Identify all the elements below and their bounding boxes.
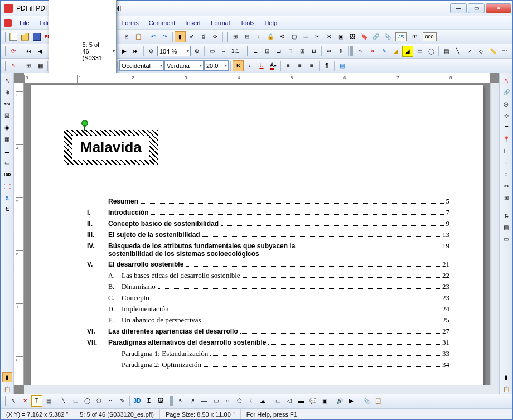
maximize-button[interactable]: ▭ [468,3,485,13]
header-button[interactable]: ▭ [300,31,311,42]
shape-tool-button[interactable]: ◇ [476,46,487,57]
side-letter[interactable]: a [2,192,12,202]
delete-page-button[interactable]: ✕ [323,31,335,42]
scrollbar-vertical[interactable] [490,83,499,385]
last-page-button[interactable]: ⏭ [130,46,142,57]
side-text[interactable]: abl [2,99,12,109]
r-blank[interactable]: ▭ [501,234,511,244]
export-button[interactable]: ⎙ [198,31,209,42]
r-page[interactable]: ▮ [501,372,511,382]
r-scissors[interactable]: ✂ [501,181,511,191]
undo-button[interactable]: ↶ [148,31,159,42]
b-highlight[interactable]: ▬ [296,395,307,407]
spellcheck-button[interactable]: ✔ [186,31,197,42]
highlight-button[interactable]: ▮ [175,31,186,42]
r-snap[interactable]: ⊹ [501,110,511,120]
menu-format[interactable]: Format [206,18,235,28]
bold-button[interactable]: B [233,60,244,71]
select-tool-button[interactable]: ↖ [355,46,366,57]
r-width[interactable]: ↔ [501,157,511,167]
grip-icon[interactable] [3,32,6,42]
menu-app-icon[interactable] [4,19,12,27]
side-page-view[interactable]: ▮ [2,372,12,382]
b-3d[interactable]: 3D [132,395,143,407]
eraser-button[interactable]: ◢ [390,46,401,57]
line-button[interactable]: ╲ [452,46,463,57]
b-cloud[interactable]: ☁ [257,395,268,407]
side-tab[interactable]: Tab [2,169,12,179]
zoom-combo[interactable]: 104 % [157,46,191,56]
menu-forms[interactable]: Forms [117,18,143,28]
grip-icon[interactable] [225,32,228,42]
zoom-in-button[interactable]: ⊕ [191,46,202,57]
distribute-h-button[interactable]: ⇔ [323,46,335,57]
b-rect[interactable]: ▭ [70,395,81,407]
r-link[interactable]: 🔗 [501,87,511,97]
menu-comment[interactable]: Comment [144,18,180,28]
b-frame[interactable]: ▭ [272,395,283,407]
js-button[interactable]: JS [394,31,409,42]
arrow-button[interactable]: ↗ [464,46,475,57]
b-image[interactable]: 🖼 [155,395,166,407]
r-target[interactable]: ◎ [501,99,511,109]
paste-button[interactable]: 📋 [133,31,144,42]
fit-width-button[interactable]: ↔ [218,46,229,57]
side-pointer[interactable]: ↖ [2,75,12,85]
first-page-button[interactable]: ⏮ [23,46,34,57]
side-radio[interactable]: ◉ [2,122,12,132]
font-name-combo[interactable]: Verdana [164,60,204,71]
b-callout[interactable]: ◁ [284,395,295,407]
align-left-text-button[interactable]: ≡ [283,60,294,71]
crosshair-button[interactable]: ✕ [367,46,378,57]
extract-button[interactable]: ▣ [335,31,346,42]
pencil-button[interactable]: ✎ [379,46,390,57]
minimize-button[interactable]: — [450,3,467,13]
crop-button[interactable]: ✂ [312,31,323,42]
new-button[interactable] [8,31,19,42]
highlight-tool-button[interactable]: ◢ [402,46,413,57]
actual-size-button[interactable]: 1:1 [230,46,241,57]
refresh-button[interactable]: ⟳ [210,31,221,42]
encrypt-button[interactable]: 🔒 [265,31,276,42]
fit-page-button[interactable]: ▭ [206,46,217,57]
r-layers[interactable]: ▤ [501,222,511,232]
close-button[interactable]: ✕ [486,3,511,13]
align-right-text-button[interactable]: ≡ [306,60,317,71]
grip-icon[interactable] [245,46,248,56]
r-ruler[interactable]: ⊢ [501,146,511,156]
b-stamp[interactable]: ▣ [319,395,330,407]
side-clipboard[interactable]: 📋 [2,384,12,394]
menu-tools[interactable]: Tools [236,18,259,28]
next-page-button[interactable]: ▶ [119,46,130,57]
b-curve[interactable]: 〰 [105,395,116,407]
align-bottom-button[interactable]: ⊔ [308,46,320,57]
ocr-button[interactable]: 👁 [409,31,420,42]
properties-button[interactable]: ▤ [336,60,347,71]
bookmark-button[interactable]: 🔖 [359,31,370,42]
zoom-out-button[interactable]: ⊖ [146,46,157,57]
b-oval[interactable]: ◯ [81,395,93,407]
menu-file[interactable]: File [15,18,34,28]
attach-button[interactable]: 📎 [382,31,393,42]
font-color-button[interactable]: A▾ [268,60,279,71]
r-clipboard[interactable]: 📋 [501,384,511,394]
redo-button[interactable]: ↷ [159,31,171,42]
side-table[interactable]: ▦ [2,134,12,144]
encoding-combo[interactable]: Occidental [119,60,164,71]
watermark-button[interactable]: ▢ [288,31,299,42]
open-button[interactable] [20,31,31,42]
ruler-button[interactable]: 📏 [487,46,499,57]
b-note[interactable]: ▤ [43,395,54,407]
b-clipboard[interactable]: 📋 [372,395,384,407]
grip-icon[interactable] [3,61,6,71]
b-arrow[interactable]: ↗ [187,395,198,407]
text-area-button[interactable]: ▤ [441,46,452,57]
grip-icon[interactable] [170,396,173,406]
pointer-button[interactable]: ↖ [8,60,19,71]
b-x[interactable]: ✕ [20,395,31,407]
shape-oval-button[interactable]: ◯ [425,46,437,57]
prev-page-button[interactable]: ◀ [35,46,46,57]
r-grid[interactable]: ⊞ [501,192,511,202]
b-line[interactable]: ╲ [58,395,69,407]
save-button[interactable] [31,31,42,42]
